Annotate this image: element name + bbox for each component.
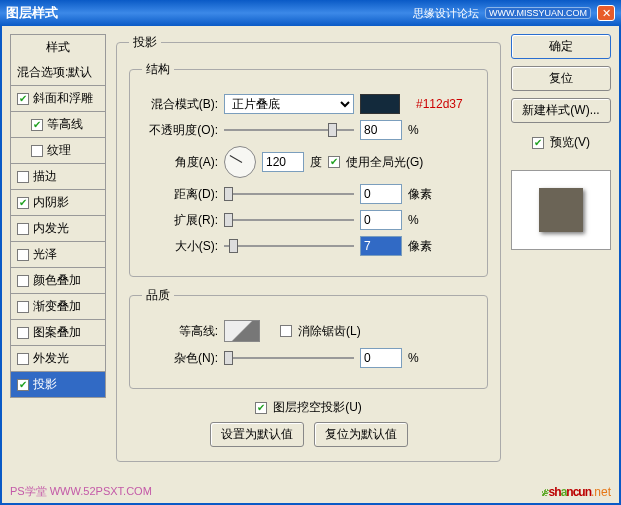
close-icon[interactable]: ✕ bbox=[597, 5, 615, 21]
style-list-header[interactable]: 样式 bbox=[10, 34, 106, 60]
checkbox-icon[interactable] bbox=[31, 119, 43, 131]
angle-label: 角度(A): bbox=[142, 154, 218, 171]
checkbox-icon[interactable] bbox=[255, 402, 267, 414]
style-list: 样式 混合选项:默认 斜面和浮雕 等高线 纹理 描边 内阴影 内发光 光泽 颜色… bbox=[10, 34, 106, 495]
checkbox-icon[interactable] bbox=[17, 353, 29, 365]
pct-label: % bbox=[408, 213, 419, 227]
style-drop-shadow[interactable]: 投影 bbox=[10, 372, 106, 398]
style-bevel[interactable]: 斜面和浮雕 bbox=[10, 86, 106, 112]
knockout-label: 图层挖空投影(U) bbox=[273, 399, 362, 416]
style-texture[interactable]: 纹理 bbox=[10, 138, 106, 164]
style-inner-shadow[interactable]: 内阴影 bbox=[10, 190, 106, 216]
settings-panel: 投影 结构 混合模式(B): 正片叠底 #112d37 不透明度(O): % 角… bbox=[116, 34, 501, 495]
angle-input[interactable] bbox=[262, 152, 304, 172]
style-stroke[interactable]: 描边 bbox=[10, 164, 106, 190]
checkbox-icon[interactable] bbox=[17, 301, 29, 313]
px-label: 像素 bbox=[408, 186, 432, 203]
spread-label: 扩展(R): bbox=[142, 212, 218, 229]
size-label: 大小(S): bbox=[142, 238, 218, 255]
style-blend-options[interactable]: 混合选项:默认 bbox=[10, 60, 106, 86]
forum-text: 思缘设计论坛 bbox=[413, 6, 479, 21]
blend-mode-label: 混合模式(B): bbox=[142, 96, 218, 113]
distance-input[interactable] bbox=[360, 184, 402, 204]
checkbox-icon[interactable] bbox=[17, 171, 29, 183]
watermark-left: PS学堂 WWW.52PSXT.COM bbox=[10, 484, 152, 499]
cancel-button[interactable]: 复位 bbox=[511, 66, 611, 91]
angle-unit: 度 bbox=[310, 154, 322, 171]
panel-fieldset: 投影 结构 混合模式(B): 正片叠底 #112d37 不透明度(O): % 角… bbox=[116, 34, 501, 462]
noise-input[interactable] bbox=[360, 348, 402, 368]
new-style-button[interactable]: 新建样式(W)... bbox=[511, 98, 611, 123]
noise-label: 杂色(N): bbox=[142, 350, 218, 367]
contour-picker[interactable] bbox=[224, 320, 260, 342]
dialog-body: 样式 混合选项:默认 斜面和浮雕 等高线 纹理 描边 内阴影 内发光 光泽 颜色… bbox=[0, 26, 621, 505]
pct-label: % bbox=[408, 351, 419, 365]
style-pattern-overlay[interactable]: 图案叠加 bbox=[10, 320, 106, 346]
style-satin[interactable]: 光泽 bbox=[10, 242, 106, 268]
distance-label: 距离(D): bbox=[142, 186, 218, 203]
checkbox-icon[interactable] bbox=[17, 197, 29, 209]
checkbox-icon[interactable] bbox=[17, 327, 29, 339]
style-outer-glow[interactable]: 外发光 bbox=[10, 346, 106, 372]
style-contour[interactable]: 等高线 bbox=[10, 112, 106, 138]
actions-column: 确定 复位 新建样式(W)... 预览(V) bbox=[511, 34, 611, 495]
hex-label: #112d37 bbox=[416, 97, 463, 111]
contour-label: 等高线: bbox=[142, 323, 218, 340]
pct-label: % bbox=[408, 123, 419, 137]
style-color-overlay[interactable]: 颜色叠加 bbox=[10, 268, 106, 294]
watermark-brand: ⸙shancun.net bbox=[542, 478, 611, 501]
panel-title: 投影 bbox=[129, 34, 161, 51]
antialias-label: 消除锯齿(L) bbox=[298, 323, 361, 340]
opacity-slider[interactable] bbox=[224, 122, 354, 138]
preview-label: 预览(V) bbox=[550, 134, 590, 151]
color-swatch[interactable] bbox=[360, 94, 400, 114]
structure-legend: 结构 bbox=[142, 61, 174, 78]
checkbox-icon[interactable] bbox=[17, 223, 29, 235]
forum-url: WWW.MISSYUAN.COM bbox=[485, 7, 591, 19]
checkbox-icon[interactable] bbox=[31, 145, 43, 157]
checkbox-icon[interactable] bbox=[328, 156, 340, 168]
size-input[interactable] bbox=[360, 236, 402, 256]
titlebar: 图层样式 思缘设计论坛 WWW.MISSYUAN.COM ✕ bbox=[0, 0, 621, 26]
checkbox-icon[interactable] bbox=[280, 325, 292, 337]
noise-slider[interactable] bbox=[224, 350, 354, 366]
checkbox-icon[interactable] bbox=[17, 275, 29, 287]
checkbox-icon[interactable] bbox=[17, 93, 29, 105]
structure-group: 结构 混合模式(B): 正片叠底 #112d37 不透明度(O): % 角度(A… bbox=[129, 61, 488, 277]
quality-legend: 品质 bbox=[142, 287, 174, 304]
preview-thumbnail bbox=[539, 188, 583, 232]
style-gradient-overlay[interactable]: 渐变叠加 bbox=[10, 294, 106, 320]
set-default-button[interactable]: 设置为默认值 bbox=[210, 422, 304, 447]
checkbox-icon[interactable] bbox=[17, 249, 29, 261]
quality-group: 品质 等高线: 消除锯齿(L) 杂色(N): % bbox=[129, 287, 488, 389]
opacity-input[interactable] bbox=[360, 120, 402, 140]
distance-slider[interactable] bbox=[224, 186, 354, 202]
checkbox-icon[interactable] bbox=[17, 379, 29, 391]
angle-dial[interactable] bbox=[224, 146, 256, 178]
preview-box bbox=[511, 170, 611, 250]
checkbox-icon[interactable] bbox=[532, 137, 544, 149]
window-title: 图层样式 bbox=[6, 4, 58, 22]
spread-input[interactable] bbox=[360, 210, 402, 230]
blend-mode-select[interactable]: 正片叠底 bbox=[224, 94, 354, 114]
style-inner-glow[interactable]: 内发光 bbox=[10, 216, 106, 242]
reset-default-button[interactable]: 复位为默认值 bbox=[314, 422, 408, 447]
px-label: 像素 bbox=[408, 238, 432, 255]
global-light-label: 使用全局光(G) bbox=[346, 154, 423, 171]
opacity-label: 不透明度(O): bbox=[142, 122, 218, 139]
size-slider[interactable] bbox=[224, 238, 354, 254]
spread-slider[interactable] bbox=[224, 212, 354, 228]
ok-button[interactable]: 确定 bbox=[511, 34, 611, 59]
